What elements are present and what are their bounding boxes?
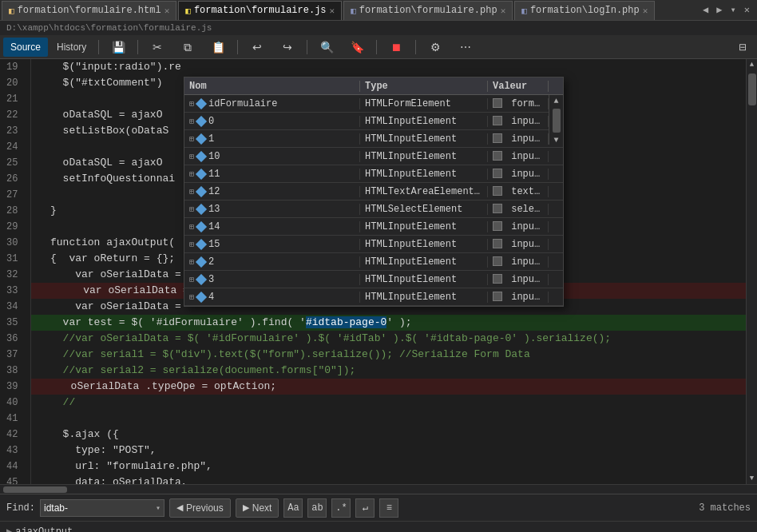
collapse-button[interactable]: ⊟	[731, 38, 754, 57]
expand-icon[interactable]: ⊞	[189, 204, 194, 214]
expand-icon[interactable]: ⊞	[189, 134, 194, 144]
dropdown-row[interactable]: ⊞ 1 HTMLInputElement input#txtPrenom	[184, 130, 563, 148]
h-scroll-thumb[interactable]	[3, 486, 67, 493]
cut-button[interactable]: ✂	[143, 38, 172, 57]
vertical-scrollbar[interactable]: ▲ ▼	[746, 59, 757, 484]
undo-button[interactable]: ↩	[243, 38, 271, 57]
word-button[interactable]: ab	[307, 498, 327, 518]
dropdown-scroll-up[interactable]: ▲	[553, 97, 558, 105]
find-input-wrapper[interactable]: ▾	[40, 499, 164, 517]
tab-right-arrow[interactable]: ▶	[714, 4, 724, 16]
horizontal-scrollbar[interactable]	[0, 484, 757, 494]
dropdown-cell-type: HTMLInputElement	[360, 169, 488, 180]
tab-close-all[interactable]: ✕	[742, 4, 752, 16]
tab-login-php[interactable]: ◧ formation\logIn.php ✕	[514, 1, 655, 20]
line-number: 26	[6, 171, 24, 187]
scroll-up-button[interactable]: ▲	[747, 59, 758, 70]
expand-icon[interactable]: ⊞	[189, 187, 194, 197]
regex-button[interactable]: .*	[331, 498, 351, 518]
case-sensitive-button[interactable]: Aa	[283, 498, 303, 518]
dropdown-row[interactable]: ⊞ 12 HTMLTextAreaElement... textarea#txt…	[184, 183, 563, 200]
line-number: 20	[6, 75, 24, 91]
tab-formulaire-html[interactable]: ◧ formation\formulaire.html ✕	[2, 1, 176, 20]
more-icon: ⋯	[458, 40, 473, 54]
next-button[interactable]: ▶ Next	[236, 498, 279, 518]
find-input[interactable]	[44, 502, 156, 514]
expand-icon[interactable]: ⊞	[189, 222, 194, 232]
bookmark-icon: 🔖	[350, 40, 364, 54]
dropdown-scroll-down[interactable]: ▼	[553, 136, 558, 145]
dropdown-row[interactable]: ⊞ idFormulaire HTMLFormElement form#idFo…	[184, 95, 563, 113]
scroll-thumb[interactable]	[748, 73, 756, 105]
dropdown-row[interactable]: ⊞ 0 HTMLInputElement input#txtNom	[184, 113, 563, 130]
tab-dropdown-arrow[interactable]: ▾	[728, 4, 739, 16]
redo-button[interactable]: ↪	[273, 38, 302, 57]
settings-button[interactable]: ⚙	[421, 38, 450, 57]
dropdown-scroll-thumb[interactable]	[553, 109, 561, 133]
dropdown-body[interactable]: ⊞ idFormulaire HTMLFormElement form#idFo…	[184, 95, 563, 306]
dropdown-header: Nom Type Valeur	[184, 77, 563, 95]
tab-close-php[interactable]: ✕	[501, 6, 506, 16]
dropdown-row[interactable]: ⊞ 3 HTMLInputElement input#rdbNoteFormat…	[184, 271, 563, 288]
dropdown-row[interactable]: ⊞ 4 HTMLInputElement input#rdbNoteFormat…	[184, 288, 563, 306]
dropdown-row[interactable]: ⊞ 10 HTMLInputElement input#btSearch	[184, 148, 563, 165]
more-button[interactable]: ⋯	[451, 38, 480, 57]
source-tab-button[interactable]: Source	[3, 38, 48, 57]
dropdown-row[interactable]: ⊞ 11 HTMLInputElement input#pickerDateFi…	[184, 165, 563, 183]
bookmark-button[interactable]: 🔖	[343, 38, 371, 57]
search-icon: 🔍	[319, 40, 334, 54]
expand-icon[interactable]: ⊞	[189, 292, 194, 302]
expand-icon[interactable]: ⊞	[189, 117, 194, 126]
dropdown-row[interactable]: ⊞ 2 HTMLInputElement input#txtMsg	[184, 253, 563, 271]
dropdown-row[interactable]: ⊞ 13 HTMLSelectElement select#cbFormatio…	[184, 200, 563, 218]
line-number: 30	[6, 235, 24, 251]
tab-formulaire-js[interactable]: ◧ formation\formulaire.js ✕	[178, 1, 342, 20]
line-number: 42	[6, 427, 24, 443]
dropdown-cell-nom: ⊞ idFormulaire	[184, 98, 360, 109]
tab-formulaire-php[interactable]: ◧ formation\formulaire.php ✕	[343, 1, 513, 20]
tab-close-html[interactable]: ✕	[164, 6, 170, 16]
find-bar: Find: ▾ ◀ Previous ▶ Next Aa ab .* ↵ ≡ 3…	[0, 494, 757, 521]
find-dropdown-icon[interactable]: ▾	[156, 503, 161, 513]
dropdown-row[interactable]: ⊞ 15 HTMLInputElement input#btnGridJQ	[184, 236, 563, 253]
diamond-icon	[196, 169, 207, 180]
paste-button[interactable]: 📋	[204, 38, 232, 57]
expand-icon[interactable]: ⊞	[189, 257, 194, 267]
search-button[interactable]: 🔍	[312, 38, 341, 57]
expand-icon[interactable]: ⊞	[189, 152, 194, 161]
comment-text: //	[38, 396, 75, 408]
nom-text: 14	[208, 221, 220, 232]
breadcrumb: D:\xampp\htdocs\formation\formulaire.js	[0, 21, 757, 35]
regex-icon: .*	[335, 502, 347, 514]
scroll-down-button[interactable]: ▼	[747, 473, 758, 484]
stop-button[interactable]: ⏹	[382, 38, 410, 57]
expand-icon[interactable]: ⊞	[189, 275, 194, 284]
code-text: { var oReturn = {};	[38, 252, 175, 264]
previous-button[interactable]: ◀ Previous	[169, 498, 231, 518]
dropdown-scrollbar[interactable]: ▲ ▼	[549, 95, 563, 145]
copy-button[interactable]: ⧉	[173, 38, 202, 57]
history-tab-button[interactable]: History	[50, 38, 93, 57]
dropdown-cell-type: HTMLInputElement	[360, 292, 488, 303]
tab-close-login[interactable]: ✕	[643, 6, 648, 16]
context-button[interactable]: ≡	[379, 498, 398, 518]
toolbar-separator-3	[237, 40, 238, 54]
valeur-icon	[493, 221, 502, 231]
dropdown-cell-valeur: input#btnGridJQ	[488, 239, 549, 250]
expand-icon[interactable]: ⊞	[189, 169, 194, 179]
expand-icon[interactable]: ⊞	[189, 240, 194, 249]
tab-close-js[interactable]: ✕	[330, 6, 335, 16]
toolbar-separator-2	[137, 40, 138, 54]
dropdown-cell-valeur: input#txtMsg	[488, 256, 549, 268]
dropdown-cell-nom: ⊞ 12	[184, 186, 360, 197]
tab-left-arrow[interactable]: ◀	[700, 4, 711, 16]
valeur-icon	[493, 186, 502, 196]
toolbar-right: ⊟	[731, 38, 754, 57]
dropdown-cell-valeur: input#pickerDateDeb...	[488, 221, 549, 232]
wrap-button[interactable]: ↵	[355, 498, 375, 518]
expand-icon[interactable]: ⊞	[189, 99, 194, 109]
save-button[interactable]: 💾	[104, 38, 133, 57]
dropdown-cell-type: HTMLInputElement	[360, 133, 488, 145]
dropdown-row[interactable]: ⊞ 14 HTMLInputElement input#pickerDateDe…	[184, 218, 563, 236]
toolbar-separator-5	[376, 40, 377, 54]
